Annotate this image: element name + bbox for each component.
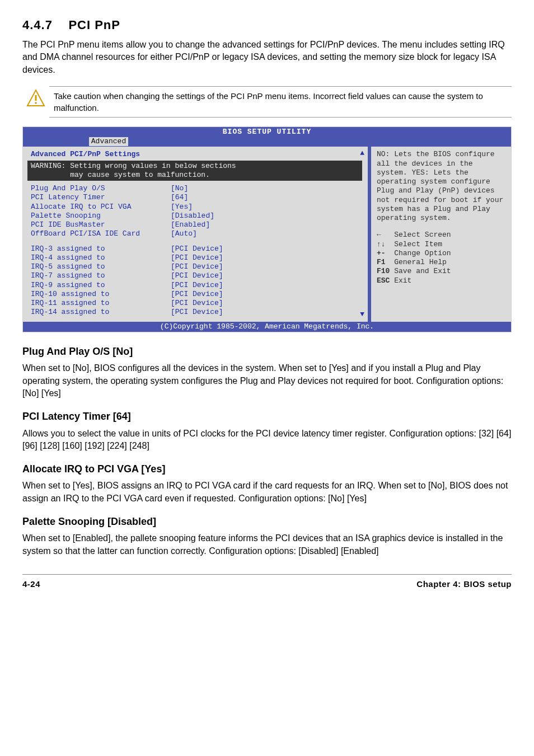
opt-palette-snooping[interactable]: Palette Snooping[Disabled] — [31, 212, 362, 220]
bios-screenshot: BIOS SETUP UTILITY Advanced ▲ ▼ Advanced… — [22, 126, 512, 332]
opt-pci-latency[interactable]: PCI Latency Timer[64] — [31, 193, 362, 202]
bios-warning: WARNING: Setting wrong values in below s… — [27, 161, 362, 181]
intro-paragraph: The PCI PnP menu items allow you to chan… — [22, 39, 512, 76]
bios-right-pane: NO: Lets the BIOS confiqure all the devi… — [368, 147, 511, 321]
caution-note: Take caution when changing the settings … — [22, 86, 512, 118]
section-number: 4.4.7 — [22, 18, 53, 32]
svg-point-2 — [35, 102, 37, 104]
caution-text: Take caution when changing the settings … — [54, 91, 483, 112]
opt-pci-ide-busmaster[interactable]: PCI IDE BusMaster[Enabled] — [31, 220, 362, 229]
scroll-down-icon[interactable]: ▼ — [360, 310, 364, 319]
page-footer: 4-24 Chapter 4: BIOS setup — [22, 574, 512, 590]
bios-tab-advanced[interactable]: Advanced — [89, 137, 128, 146]
bios-left-pane: ▲ ▼ Advanced PCI/PnP Settings WARNING: S… — [23, 147, 368, 321]
bios-footer: (C)Copyright 1985-2002, American Megatre… — [23, 322, 511, 332]
body-allocate-irq: When set to [Yes], BIOS assigns an IRQ t… — [22, 480, 512, 505]
heading-plug-and-play: Plug And Play O/S [No] — [22, 345, 512, 359]
bios-title: BIOS SETUP UTILITY — [23, 127, 511, 137]
heading-palette-snooping: Palette Snooping [Disabled] — [22, 515, 512, 529]
opt-irq4[interactable]: IRQ-4 assigned to[PCI Device] — [31, 253, 362, 262]
opt-allocate-irq[interactable]: Allocate IRQ to PCI VGA[Yes] — [31, 203, 362, 212]
opt-offboard-ide[interactable]: OffBoard PCI/ISA IDE Card[Auto] — [31, 229, 362, 238]
caution-icon — [22, 86, 49, 109]
body-pci-latency: Allows you to select the value in units … — [22, 428, 512, 453]
bios-key-legend: ← Select Screen ↑↓ Select Item +- Change… — [377, 231, 505, 285]
bios-tabs: Advanced — [23, 137, 511, 147]
body-palette-snooping: When set to [Enabled], the pallete snoop… — [22, 532, 512, 557]
opt-irq5[interactable]: IRQ-5 assigned to[PCI Device] — [31, 262, 362, 271]
section-title: PCI PnP — [68, 18, 120, 32]
opt-plug-and-play[interactable]: Plug And Play O/S[No] — [31, 184, 362, 193]
opt-irq9[interactable]: IRQ-9 assigned to[PCI Device] — [31, 281, 362, 290]
chapter-label: Chapter 4: BIOS setup — [416, 578, 512, 590]
opt-irq11[interactable]: IRQ-11 assigned to[PCI Device] — [31, 299, 362, 308]
opt-irq7[interactable]: IRQ-7 assigned to[PCI Device] — [31, 271, 362, 280]
bios-help-text: NO: Lets the BIOS confiqure all the devi… — [377, 150, 505, 223]
section-header: 4.4.7 PCI PnP — [22, 17, 512, 34]
opt-irq3[interactable]: IRQ-3 assigned to[PCI Device] — [31, 245, 362, 253]
bios-pane-heading: Advanced PCI/PnP Settings — [31, 150, 362, 159]
opt-irq10[interactable]: IRQ-10 assigned to[PCI Device] — [31, 290, 362, 299]
opt-irq14[interactable]: IRQ-14 assigned to[PCI Device] — [31, 308, 362, 317]
page-number: 4-24 — [22, 578, 40, 590]
body-plug-and-play: When set to [No], BIOS configures all th… — [22, 362, 512, 400]
heading-allocate-irq: Allocate IRQ to PCI VGA [Yes] — [22, 462, 512, 476]
scroll-up-icon[interactable]: ▲ — [360, 149, 364, 158]
heading-pci-latency: PCI Latency Timer [64] — [22, 410, 512, 424]
